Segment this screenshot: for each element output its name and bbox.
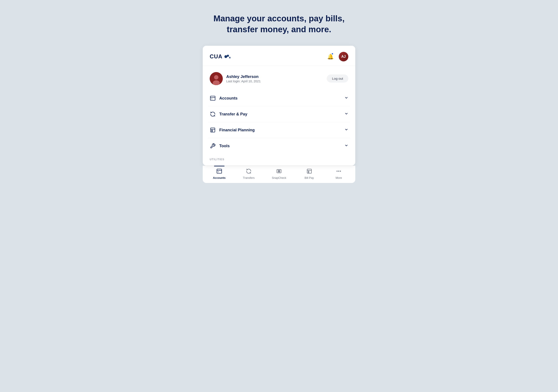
nav-item-accounts[interactable]: Accounts: [208, 90, 350, 106]
tools-icon: [210, 143, 216, 149]
hero-section: Manage your accounts, pay bills, transfe…: [0, 0, 558, 46]
hero-title: Manage your accounts, pay bills, transfe…: [203, 13, 355, 35]
nav-section: Accounts Transfer & Pay: [203, 90, 355, 154]
logo-text: CUA: [210, 53, 222, 60]
svg-point-26: [339, 171, 339, 171]
tab-accounts-label: Accounts: [213, 176, 226, 179]
financial-planning-chevron-icon: [344, 128, 348, 132]
utilities-label: UTILITIES: [210, 158, 224, 161]
svg-marker-2: [229, 56, 231, 58]
tab-transfers[interactable]: Transfers: [242, 168, 255, 179]
svg-point-27: [340, 171, 341, 171]
logo-graphic: [224, 54, 231, 59]
active-indicator: [214, 166, 225, 166]
svg-point-1: [227, 55, 229, 57]
notification-dot: [331, 53, 333, 55]
tab-more-icon: [336, 168, 341, 175]
user-name: Ashley Jefferson: [226, 74, 261, 79]
tab-transfers-icon: [246, 168, 252, 175]
user-section: Ashley Jefferson Last login: April 10, 2…: [203, 66, 355, 90]
svg-rect-6: [210, 96, 215, 100]
tools-chevron-icon: [344, 144, 348, 148]
accounts-label: Accounts: [219, 96, 341, 101]
svg-point-25: [337, 171, 337, 171]
user-details: Ashley Jefferson Last login: April 10, 2…: [226, 74, 261, 83]
logo-icon: [224, 54, 231, 59]
logo: CUA: [210, 53, 231, 60]
financial-planning-label: Financial Planning: [219, 128, 341, 132]
tab-more-label: More: [336, 176, 342, 179]
svg-point-0: [225, 55, 227, 58]
nav-item-financial-planning[interactable]: Financial Planning: [208, 122, 350, 138]
tab-snapcheck-icon: [276, 168, 282, 175]
header-actions: 🔔 AJ: [326, 52, 348, 61]
main-card: CUA 🔔 AJ: [203, 46, 355, 165]
transfer-pay-chevron-icon: [344, 112, 348, 117]
utilities-section: UTILITIES: [203, 154, 355, 161]
accounts-chevron-icon: [344, 96, 348, 101]
svg-point-4: [214, 75, 218, 79]
tab-billpay-icon: [306, 168, 312, 175]
tab-accounts-icon: [217, 168, 222, 175]
tab-more[interactable]: More: [332, 168, 345, 179]
transfer-pay-label: Transfer & Pay: [219, 112, 341, 117]
svg-point-19: [279, 171, 279, 171]
tab-accounts[interactable]: Accounts: [213, 168, 226, 179]
tab-snapcheck[interactable]: SnapCheck: [272, 168, 286, 179]
notification-bell-button[interactable]: 🔔: [326, 52, 335, 61]
user-last-login: Last login: April 10, 2021: [226, 79, 261, 83]
header-avatar-img: AJ: [339, 52, 348, 61]
nav-item-transfer-pay[interactable]: Transfer & Pay: [208, 106, 350, 122]
svg-rect-14: [217, 169, 222, 173]
tab-billpay-label: Bill Pay: [305, 176, 314, 179]
svg-rect-20: [307, 169, 312, 173]
nav-item-tools[interactable]: Tools: [208, 138, 350, 154]
card-header: CUA 🔔 AJ: [203, 46, 355, 66]
header-avatar[interactable]: AJ: [339, 52, 348, 61]
financial-planning-icon: [210, 127, 216, 133]
accounts-icon: [210, 95, 216, 101]
user-avatar: [210, 72, 223, 85]
user-info: Ashley Jefferson Last login: April 10, 2…: [210, 72, 261, 85]
tools-label: Tools: [219, 144, 341, 148]
tab-transfers-label: Transfers: [243, 176, 255, 179]
avatar-svg: [210, 72, 223, 85]
tab-billpay[interactable]: Bill Pay: [303, 168, 316, 179]
svg-rect-9: [210, 128, 215, 132]
transfer-icon: [210, 111, 216, 117]
logout-button[interactable]: Log out: [327, 75, 348, 83]
tab-bar: Accounts Transfers SnapCheck: [203, 165, 355, 183]
tab-snapcheck-label: SnapCheck: [272, 176, 286, 179]
